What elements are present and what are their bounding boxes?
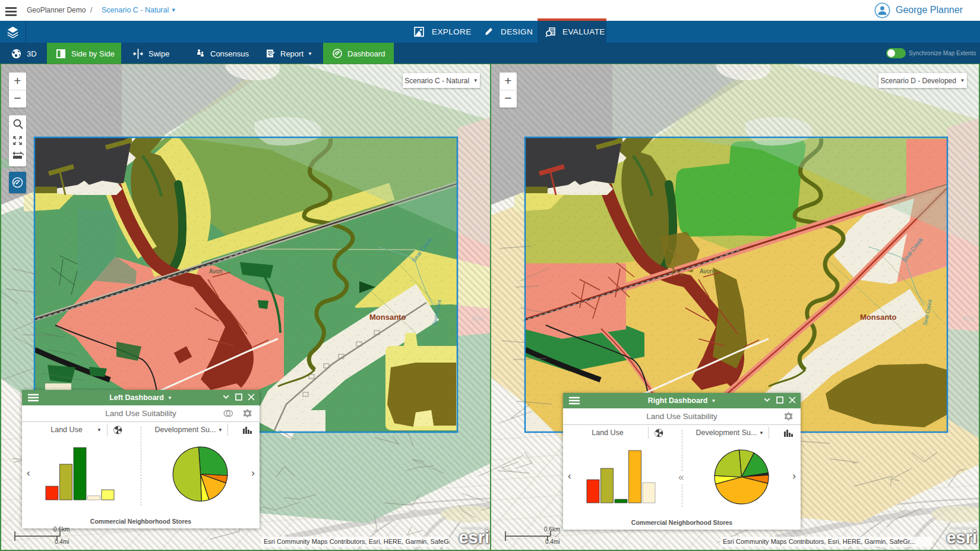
svg-text:0.6km: 0.6km: [53, 526, 69, 533]
svg-text:0.4mi: 0.4mi: [545, 539, 559, 545]
svg-text:0.4mi: 0.4mi: [55, 539, 69, 545]
svg-text:0.6km: 0.6km: [544, 526, 560, 533]
